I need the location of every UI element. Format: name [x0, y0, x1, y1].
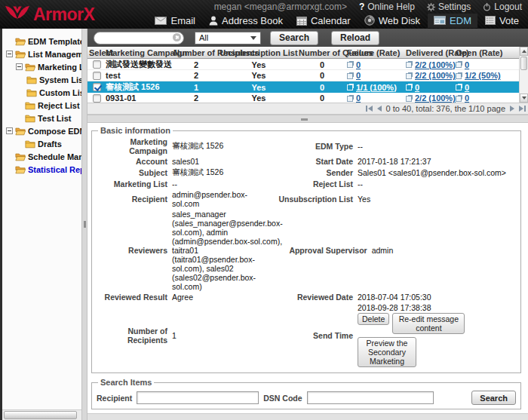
col-unsubscription-list: Unsubscription List	[219, 48, 299, 57]
delete-button[interactable]: Delete	[358, 313, 389, 325]
field-value: --	[172, 179, 269, 189]
sidebar-item-test-list[interactable]: Test List	[5, 112, 81, 124]
pagination-bar: 0 to 40, total: 376, the 1/10 page	[87, 103, 528, 115]
sidebar-item-schedule-management[interactable]: Schedule Management	[5, 150, 81, 163]
address-book-icon	[209, 16, 218, 26]
search-input[interactable]	[94, 32, 184, 44]
table-row-selected[interactable]: 審核測試 1526 1 Yes 0 1/1 (100%) 0 0	[87, 81, 519, 93]
sidebar-item-reject-list[interactable]: Reject List	[5, 99, 81, 112]
table-row[interactable]: test 2 Yes 0 0 2/2 (100%) 1/2 (50%)	[87, 70, 519, 81]
online-help-link[interactable]: ? Online Help	[359, 2, 415, 12]
sidebar-horizontal-scrollbar[interactable]	[2, 409, 81, 420]
search-button[interactable]: Search	[270, 31, 318, 45]
open-rate-link[interactable]: 0	[465, 94, 469, 103]
scrollbar-thumb[interactable]	[4, 411, 77, 419]
sidebar-item-marketing-list[interactable]: Marketing List	[5, 60, 81, 73]
open-folder-icon	[25, 63, 35, 72]
failure-rate-link[interactable]: 0	[356, 60, 361, 69]
send-time-value: 2018-09-28 17:38:38	[358, 303, 431, 312]
delivered-rate-link[interactable]: 2/2 (100%)	[415, 60, 456, 69]
open-folder-icon	[15, 127, 26, 136]
scrollbar-thumb[interactable]	[520, 57, 527, 70]
preview-secondary-marketing-button[interactable]: Preview the Secondary Marketing	[358, 337, 416, 367]
filter-dropdown-value: All	[199, 33, 208, 42]
scroll-up-arrow[interactable]	[520, 47, 528, 56]
armorx-logo: ArmorX	[0, 0, 94, 29]
folder-icon	[25, 101, 35, 110]
logout-link[interactable]: Logout	[483, 2, 522, 12]
table-row[interactable]: 測試發送變數發送 2 Yes 0 0 2/2 (100%) 0	[87, 59, 519, 70]
field-label: Reject List	[269, 179, 358, 189]
col-failure-rate: Failure (Rate)	[345, 48, 404, 57]
open-report-icon	[406, 61, 413, 68]
nav-vote[interactable]: Vote	[479, 14, 525, 28]
sidebar-item-list-management[interactable]: List Management	[5, 48, 81, 60]
first-page-button[interactable]	[366, 106, 373, 112]
table-vertical-scrollbar[interactable]	[519, 47, 528, 103]
table-row[interactable]: 0931-01 2 Yes 0 0 2/2 (100%) 0	[87, 93, 519, 103]
open-report-icon	[456, 84, 462, 90]
sidebar-item-label: List Management	[28, 50, 81, 59]
recipients-count: 1	[173, 83, 219, 92]
collapse-expander-icon[interactable]	[16, 63, 23, 70]
last-page-button[interactable]	[519, 106, 526, 112]
collapse-expander-icon[interactable]	[6, 127, 13, 134]
filter-dropdown[interactable]: All	[195, 32, 261, 44]
nav-web-disk[interactable]: Web Disk	[358, 14, 426, 28]
open-report-icon	[406, 84, 413, 90]
sidebar-item-statistical-report[interactable]: Statistical Report	[5, 163, 81, 176]
row-checkbox-checked[interactable]	[93, 83, 101, 91]
delivered-rate-link[interactable]: 2/2 (100%)	[415, 71, 456, 80]
open-rate-link[interactable]: 1/2 (50%)	[465, 71, 501, 80]
collapse-expander-icon[interactable]	[6, 51, 13, 57]
failure-rate-link[interactable]: 0	[356, 71, 361, 80]
nav-address-book[interactable]: Address Book	[203, 14, 289, 28]
open-report-icon	[406, 95, 413, 102]
scroll-down-arrow[interactable]	[520, 94, 528, 103]
recipient-input[interactable]	[137, 391, 259, 404]
horizontal-splitter[interactable]	[87, 115, 528, 123]
re-edit-message-button[interactable]: Re-edit message content	[392, 313, 465, 334]
app-window: ArmorX megan <megan@armorxgt.com> ? Onli…	[0, 0, 528, 420]
row-checkbox[interactable]	[93, 72, 101, 80]
queues-count: 0	[299, 94, 345, 103]
clear-search-icon[interactable]	[173, 33, 181, 41]
sidebar-item-label: Drafts	[38, 139, 62, 149]
field-label: Recipient	[97, 195, 172, 204]
help-icon: ?	[359, 2, 364, 12]
nav-email[interactable]: Email	[149, 14, 201, 28]
open-folder-icon	[15, 37, 26, 46]
open-rate-link[interactable]: 0	[465, 83, 469, 92]
next-page-button[interactable]	[510, 106, 514, 112]
recipient-search-button[interactable]: Search	[471, 391, 516, 405]
bottom-strip	[87, 413, 528, 420]
sidebar-item-system-list[interactable]: System List	[5, 73, 81, 86]
sidebar-item-label: Custom List	[39, 88, 81, 97]
nav-edm[interactable]: EDM	[428, 14, 477, 28]
nav-calendar[interactable]: Calendar	[290, 14, 357, 28]
field-value: 2017-01-18 17:21:37	[358, 157, 516, 166]
sidebar-item-drafts[interactable]: Drafts	[5, 137, 81, 150]
settings-link[interactable]: Settings	[427, 2, 471, 12]
open-report-icon	[456, 95, 462, 102]
field-value: --	[358, 142, 516, 151]
delivered-rate-link[interactable]: 0	[415, 83, 419, 92]
sidebar-item-edm-templates[interactable]: EDM Templates	[5, 35, 81, 48]
failure-rate-link[interactable]: 1/1 (100%)	[356, 83, 397, 92]
vote-icon	[485, 16, 496, 25]
open-rate-link[interactable]: 0	[465, 60, 469, 69]
reload-button[interactable]: Reload	[331, 31, 379, 45]
pagination-text: 0 to 40, total: 376, the 1/10 page	[386, 104, 505, 113]
prev-page-button[interactable]	[377, 106, 382, 112]
field-label: Sender	[269, 168, 358, 177]
field-label: Marketing List	[97, 179, 172, 189]
delivered-rate-link[interactable]: 2/2 (100%)	[415, 94, 456, 103]
unsubscription-flag: Yes	[219, 60, 299, 69]
sidebar-item-custom-list[interactable]: Custom List	[5, 86, 81, 99]
row-checkbox[interactable]	[93, 60, 101, 69]
sidebar-splitter[interactable]	[81, 29, 87, 420]
row-checkbox[interactable]	[93, 94, 101, 103]
sidebar-item-compose-edm[interactable]: Compose EDM	[5, 124, 81, 137]
dsn-code-input[interactable]	[307, 391, 434, 404]
failure-rate-link[interactable]: 0	[356, 94, 361, 103]
